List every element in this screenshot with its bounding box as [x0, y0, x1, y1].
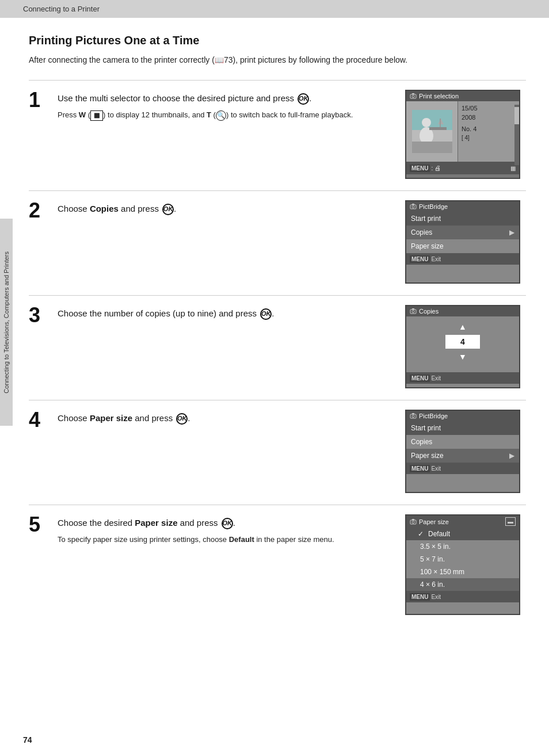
arrow-down: ▼	[459, 352, 467, 361]
step-2-bold: Copies	[90, 204, 119, 213]
screen-4-item-0: Start print	[406, 421, 519, 435]
svg-point-18	[412, 415, 414, 418]
screen-1-bottom: MENU: 🖨 ▦	[406, 162, 519, 174]
step-2-number: 2	[29, 200, 58, 221]
screen-5-exit: Exit	[431, 594, 441, 600]
screen-1-date: 15/05	[462, 105, 516, 112]
screen-3-title: Copies	[419, 308, 439, 315]
number-selector: ▲ 4 ▼	[440, 316, 486, 372]
screen-4-title-bar: PictBridge	[406, 411, 519, 421]
screen-5: Paper size ▬ ✓ Default 3.5 × 5 in. 5 × 7…	[405, 514, 520, 615]
header-text: Connecting to a Printer	[23, 5, 100, 13]
step-1-text-before: Use the multi selector to choose the des…	[58, 93, 296, 103]
step-4-number: 4	[29, 410, 58, 430]
svg-rect-13	[412, 204, 414, 205]
step-1-main: Use the multi selector to choose the des…	[58, 92, 394, 105]
step-5-sub-bold: Default	[229, 535, 254, 544]
step-3-before: Choose the number of copies (up to nine)…	[58, 308, 259, 318]
w-label: W	[79, 110, 86, 119]
screen-4-exit: Exit	[431, 465, 441, 472]
svg-rect-19	[412, 413, 414, 414]
step-5-sub: To specify paper size using printer sett…	[58, 534, 394, 545]
camera-icon-4	[410, 413, 417, 419]
ok-button-1: OK	[298, 93, 309, 105]
screen-5-item-default: ✓ Default	[406, 528, 519, 540]
ok-button-4: OK	[176, 413, 188, 425]
screen-3-bottom: MENU Exit	[406, 372, 519, 384]
screen-5-item-100x150: 100 × 150 mm	[406, 566, 519, 578]
screen-5-title-left: Paper size	[410, 518, 449, 525]
step-3-main: Choose the number of copies (up to nine)…	[58, 307, 394, 320]
step-2-main: Choose Copies and press OK.	[58, 203, 394, 215]
screen-1-title-bar: Print selection	[406, 91, 519, 101]
t-label: T	[207, 110, 211, 119]
screen-5-item-4x6: 4 × 6 in.	[406, 578, 519, 591]
side-tab-text: Connecting to Televisions, Computers and…	[3, 251, 10, 394]
page-number: 74	[23, 735, 32, 744]
ok-button-3: OK	[260, 308, 272, 320]
intro-text: After connecting the camera to the print…	[29, 54, 526, 66]
scroll-thumb-1	[514, 107, 519, 124]
book-icon: 📖	[215, 56, 224, 64]
svg-point-5	[422, 118, 431, 127]
screen-2-title-bar: PictBridge	[406, 201, 519, 212]
step-2-content: Choose Copies and press OK.	[58, 200, 405, 220]
intro-ref: 73	[224, 55, 233, 64]
svg-rect-22	[412, 519, 414, 520]
screen-1-year: 2008	[462, 114, 516, 121]
step-5-content: Choose the desired Paper size and press …	[58, 514, 405, 545]
step-4-main: Choose Paper size and press OK.	[58, 412, 394, 425]
screen-4-bottom: MENU Exit	[406, 463, 519, 474]
step-5-screen: Paper size ▬ ✓ Default 3.5 × 5 in. 5 × 7…	[405, 514, 526, 615]
screen-5-item-35x5: 3.5 × 5 in.	[406, 540, 519, 553]
w-icon: ▦	[90, 110, 103, 121]
intro-before: After connecting the camera to the print…	[29, 55, 215, 64]
ok-button-5: OK	[222, 518, 233, 529]
step-1-content: Use the multi selector to choose the des…	[58, 90, 405, 121]
step-5-bold: Paper size	[135, 518, 177, 528]
svg-rect-10	[412, 142, 452, 153]
screen-1-picture	[406, 101, 458, 162]
screen-5-battery-icon: ▬	[505, 517, 516, 526]
person-silhouette	[412, 110, 452, 153]
svg-point-15	[412, 311, 414, 313]
screen-2-item-1: Copies ▶	[406, 226, 519, 239]
step-2-before: Choose	[58, 204, 90, 213]
svg-point-21	[412, 521, 414, 523]
screen-1-brackets: [ 4]	[462, 135, 516, 141]
screen-4-item-2: Paper size ▶	[406, 449, 519, 463]
step-2-row: 2 Choose Copies and press OK. PictBridge…	[29, 190, 526, 284]
svg-point-12	[412, 206, 414, 208]
screen-1-battery: ▦	[510, 165, 516, 171]
screen-1: Print selection	[405, 90, 520, 179]
menu-label-1: MENU: 🖨	[410, 165, 441, 171]
step-3-row: 3 Choose the number of copies (up to nin…	[29, 295, 526, 388]
svg-rect-2	[412, 93, 414, 94]
screen-2-title: PictBridge	[419, 203, 448, 210]
svg-rect-8	[440, 119, 441, 127]
step-1-number: 1	[29, 90, 58, 110]
copies-number: 4	[445, 335, 480, 349]
svg-rect-16	[412, 308, 414, 310]
press-w-label: Press	[58, 110, 79, 119]
step-5-sub1: To specify paper size using printer sett…	[58, 535, 229, 544]
camera-icon-5	[410, 518, 417, 525]
screen-5-title-bar: Paper size ▬	[406, 516, 519, 528]
copies-arrow: ▶	[509, 228, 514, 236]
screen-1-no: No. 4	[462, 125, 516, 132]
step-5-after: and press	[177, 518, 220, 528]
screen-2-item-2: Paper size	[406, 239, 519, 253]
step-1-sub: Press W (▦) to display 12 thumbnails, an…	[58, 109, 394, 121]
step-4-row: 4 Choose Paper size and press OK. PictBr…	[29, 400, 526, 493]
camera-icon-1	[410, 93, 417, 100]
step-3-content: Choose the number of copies (up to nine)…	[58, 305, 405, 324]
paper-size-arrow: ▶	[509, 452, 514, 460]
screen-1-info: 15/05 2008 No. 4 [ 4]	[458, 101, 519, 162]
screen-2: PictBridge Start print Copies ▶ Paper si…	[405, 200, 520, 284]
sub-end: to switch back to full-frame playback.	[228, 110, 353, 119]
svg-rect-9	[429, 127, 447, 130]
step-5-main: Choose the desired Paper size and press …	[58, 517, 394, 529]
step-2-screen: PictBridge Start print Copies ▶ Paper si…	[405, 200, 526, 284]
screen-1-title: Print selection	[419, 93, 459, 100]
step-4-content: Choose Paper size and press OK.	[58, 410, 405, 429]
